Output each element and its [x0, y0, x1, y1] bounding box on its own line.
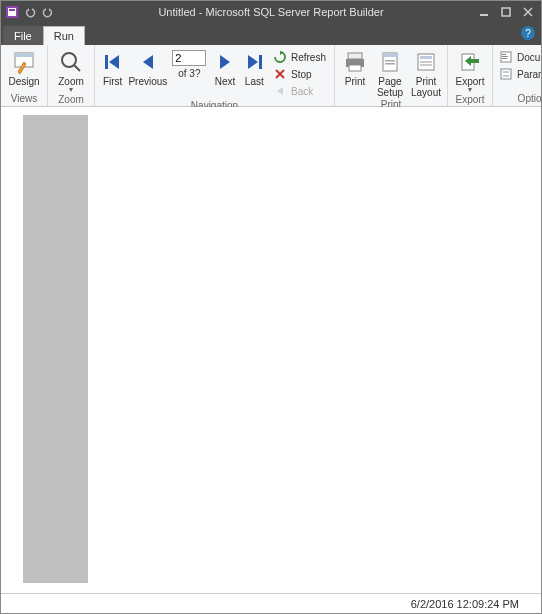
svg-rect-2	[9, 9, 15, 11]
svg-rect-12	[259, 55, 262, 69]
svg-rect-33	[503, 75, 509, 77]
last-label: Last	[245, 76, 264, 87]
parameters-label: Parameters	[517, 69, 542, 80]
svg-rect-4	[502, 8, 510, 16]
back-label: Back	[291, 86, 313, 97]
previous-button[interactable]: Previous	[128, 48, 167, 87]
page-setup-button[interactable]: PageSetup	[373, 48, 407, 98]
previous-label: Previous	[128, 76, 167, 87]
export-icon	[458, 50, 482, 74]
group-zoom-label: Zoom	[48, 93, 94, 107]
design-icon	[12, 50, 36, 74]
refresh-button[interactable]: Refresh	[273, 49, 330, 65]
page-input[interactable]	[172, 50, 206, 66]
title-bar: Untitled - Microsoft SQL Server Report B…	[1, 1, 541, 23]
page-setup-icon	[378, 50, 402, 74]
svg-rect-21	[385, 63, 395, 65]
help-icon[interactable]: ?	[521, 26, 535, 40]
zoom-icon	[59, 50, 83, 74]
first-icon	[101, 50, 125, 74]
svg-rect-31	[501, 69, 511, 79]
page-input-wrap: of 3?	[172, 50, 206, 79]
svg-rect-11	[105, 55, 108, 69]
tab-run[interactable]: Run	[43, 26, 85, 45]
next-icon	[213, 50, 237, 74]
print-layout-icon	[414, 50, 438, 74]
stop-icon	[273, 67, 287, 81]
last-button[interactable]: Last	[241, 48, 268, 87]
svg-rect-29	[502, 56, 508, 57]
app-icon	[5, 5, 19, 19]
group-options-label: Options	[493, 92, 542, 106]
svg-point-9	[62, 53, 76, 67]
design-label: Design	[8, 76, 39, 87]
quick-access-toolbar	[1, 5, 55, 19]
ribbon-tabs: File Run ?	[1, 23, 541, 45]
print-label: Print	[345, 76, 366, 87]
group-views: Design Views	[1, 45, 48, 106]
parameters-icon	[499, 67, 513, 81]
print-layout-label: PrintLayout	[411, 76, 441, 98]
parameters-button[interactable]: Parameters	[499, 66, 542, 82]
stop-button[interactable]: Stop	[273, 66, 330, 82]
ribbon: Design Views Zoom ▾ Zoom First	[1, 45, 541, 107]
previous-icon	[136, 50, 160, 74]
window-buttons	[477, 5, 541, 19]
page-thumbnail-strip	[23, 115, 88, 583]
svg-rect-8	[15, 53, 33, 57]
group-navigation: First Previous of 3? Next	[95, 45, 335, 106]
svg-line-10	[74, 65, 80, 71]
svg-rect-17	[349, 65, 361, 71]
status-bar: 6/2/2016 12:09:24 PM	[1, 593, 541, 613]
page-of-label: of 3?	[178, 68, 200, 79]
stop-label: Stop	[291, 69, 312, 80]
first-label: First	[103, 76, 122, 87]
group-export: Export ▾ Export	[448, 45, 493, 106]
svg-rect-30	[502, 58, 507, 59]
undo-icon[interactable]	[23, 5, 37, 19]
close-button[interactable]	[521, 5, 535, 19]
minimize-button[interactable]	[477, 5, 491, 19]
nav-small-buttons: Refresh Stop Back	[273, 49, 330, 99]
zoom-button[interactable]: Zoom ▾	[52, 48, 90, 93]
print-icon	[343, 50, 367, 74]
redo-icon[interactable]	[41, 5, 55, 19]
print-layout-button[interactable]: PrintLayout	[409, 48, 443, 98]
group-print: Print PageSetup PrintLayout Print	[335, 45, 448, 106]
report-canvas[interactable]	[1, 107, 541, 593]
document-map-button[interactable]: Document	[499, 49, 542, 65]
refresh-icon	[273, 50, 287, 64]
page-setup-label: PageSetup	[377, 76, 403, 98]
svg-rect-28	[502, 54, 506, 55]
svg-rect-25	[420, 64, 432, 66]
status-datetime: 6/2/2016 12:09:24 PM	[411, 598, 519, 610]
export-button[interactable]: Export ▾	[452, 48, 488, 93]
print-button[interactable]: Print	[339, 48, 371, 87]
back-button: Back	[273, 83, 330, 99]
next-label: Next	[215, 76, 236, 87]
group-views-label: Views	[1, 92, 47, 106]
design-button[interactable]: Design	[5, 48, 43, 87]
options-small-buttons: Document Parameters	[499, 49, 542, 82]
svg-rect-24	[420, 61, 432, 63]
next-button[interactable]: Next	[211, 48, 238, 87]
refresh-label: Refresh	[291, 52, 326, 63]
window-title: Untitled - Microsoft SQL Server Report B…	[1, 6, 541, 18]
back-icon	[273, 84, 287, 98]
tab-file[interactable]: File	[3, 26, 43, 45]
maximize-button[interactable]	[499, 5, 513, 19]
svg-rect-23	[420, 56, 432, 59]
group-export-label: Export	[448, 93, 492, 107]
last-icon	[242, 50, 266, 74]
svg-rect-32	[503, 71, 509, 73]
svg-rect-20	[385, 60, 395, 62]
first-button[interactable]: First	[99, 48, 126, 87]
group-options: Document Parameters Options	[493, 45, 542, 106]
group-zoom: Zoom ▾ Zoom	[48, 45, 95, 106]
svg-rect-19	[383, 53, 397, 57]
svg-rect-15	[348, 53, 362, 59]
svg-rect-3	[480, 14, 488, 16]
document-map-icon	[499, 50, 513, 64]
document-map-label: Document	[517, 52, 542, 63]
